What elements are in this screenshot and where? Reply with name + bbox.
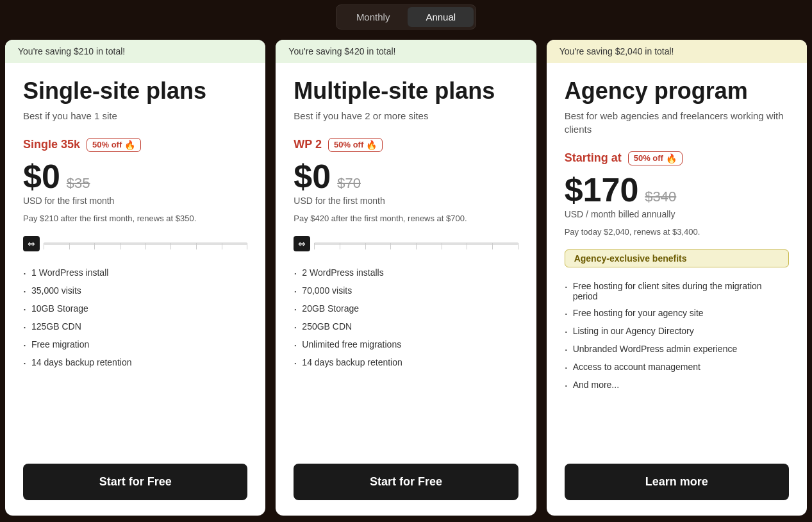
price-note: Pay $420 after the first month, renews a… [294,214,518,223]
feature-item: Free hosting for your agency site [565,305,789,323]
plan-name: WP 2 [294,138,322,151]
price-current: $170 [565,173,639,206]
feature-item: Free hosting for client sites during the… [565,278,789,305]
savings-banner: You're saving $210 in total! [5,40,265,63]
agency-badge: Agency-exclusive benefits [565,249,789,267]
price-period: USD / month billed annually [565,209,789,219]
plan-slider[interactable]: ⇔ [23,236,247,251]
plan-title: Agency program [565,78,789,104]
slider-icon: ⇔ [23,236,40,251]
savings-banner: You're saving $420 in total! [276,40,536,63]
slider-tick [120,243,120,249]
discount-badge: 50% off 🔥 [628,151,683,165]
monthly-toggle[interactable]: Monthly [338,7,408,27]
features-list: Free hosting for client sites during the… [565,278,789,448]
plan-title: Multiple-site plans [294,78,518,104]
pricing-card-agency: You're saving $2,040 in total! Agency pr… [547,40,807,516]
slider-tick [442,243,442,249]
price-note: Pay today $2,040, renews at $3,400. [565,227,789,237]
slider-tick [170,243,171,249]
slider-tick [314,243,315,249]
discount-label: 50% off [92,140,122,149]
feature-item: Unbranded WordPress admin experience [565,341,789,358]
plan-subtitle: Best if you have 1 site [23,109,247,122]
slider-tick [467,243,467,249]
savings-banner: You're saving $2,040 in total! [547,40,807,63]
price-original: $35 [67,175,90,192]
slider-tick [222,243,222,249]
feature-item: 35,000 visits [23,282,247,300]
feature-item: And more... [565,376,789,394]
feature-item: 10GB Storage [23,300,247,318]
slider-tick [196,243,197,249]
feature-item: 20GB Storage [294,300,518,318]
feature-item: 125GB CDN [23,318,247,336]
feature-item: Free migration [23,336,247,354]
feature-item: 1 WordPress install [23,264,247,282]
plan-name: Single 35k [23,138,80,151]
price-period: USD for the first month [294,196,518,206]
plan-subtitle: Best if you have 2 or more sites [294,109,518,122]
discount-label: 50% off [634,153,663,163]
plan-title: Single-site plans [23,78,247,104]
feature-item: Unlimited free migrations [294,336,518,354]
billing-toggle[interactable]: Monthly Annual [336,4,476,29]
pricing-card-multiple-site: You're saving $420 in total! Multiple-si… [276,40,536,516]
fire-icon: 🔥 [366,140,377,150]
slider-tick [94,243,95,249]
price-original: $340 [645,189,676,205]
slider-tick [416,243,417,249]
discount-label: 50% off [334,140,363,149]
pricing-card-single-site: You're saving $210 in total! Single-site… [5,40,265,516]
annual-toggle[interactable]: Annual [408,7,474,27]
feature-item: Listing in our Agency Directory [565,323,789,341]
cta-button[interactable]: Start for Free [23,464,247,500]
slider-tick [518,243,518,249]
plan-slider[interactable]: ⇔ [294,236,518,251]
slider-tick [365,243,366,249]
price-original: $70 [337,175,361,192]
slider-tick [340,243,340,249]
feature-item: 14 days backup retention [23,354,247,372]
fire-icon: 🔥 [124,140,135,150]
price-current: $0 [294,160,331,193]
slider-tick [492,243,493,249]
feature-item: Access to account management [565,358,789,376]
plan-name: Starting at [565,151,622,165]
features-list: 1 WordPress install35,000 visits10GB Sto… [23,264,247,448]
fire-icon: 🔥 [666,153,677,164]
cta-button[interactable]: Start for Free [294,464,518,500]
features-list: 2 WordPress installs70,000 visits20GB St… [294,264,518,448]
discount-badge: 50% off 🔥 [328,138,383,152]
cta-button[interactable]: Learn more [565,464,789,500]
plan-subtitle: Best for web agencies and freelancers wo… [565,109,789,136]
slider-tick [69,243,70,249]
feature-item: 250GB CDN [294,318,518,336]
price-note: Pay $210 after the first month, renews a… [23,214,247,223]
slider-tick [390,243,391,249]
feature-item: 14 days backup retention [294,354,518,372]
top-bar: Monthly Annual [0,0,812,33]
price-period: USD for the first month [23,196,247,206]
price-current: $0 [23,160,60,193]
pricing-cards: You're saving $210 in total! Single-site… [0,33,812,522]
feature-item: 70,000 visits [294,282,518,300]
slider-tick [44,243,44,249]
slider-icon: ⇔ [294,236,310,251]
discount-badge: 50% off 🔥 [87,138,141,152]
feature-item: 2 WordPress installs [294,264,518,282]
slider-tick [247,243,247,249]
slider-tick [145,243,146,249]
